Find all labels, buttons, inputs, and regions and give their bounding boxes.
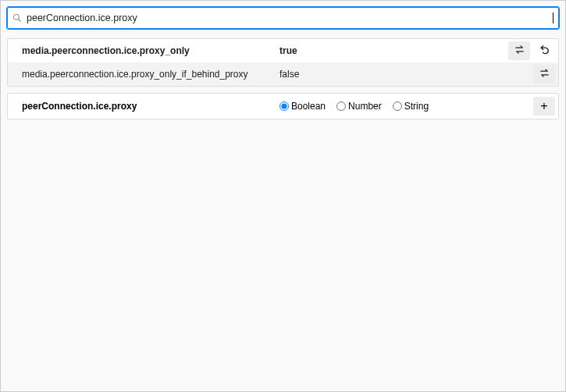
search-box[interactable] bbox=[7, 7, 559, 29]
pref-row: media.peerconnection.ice.proxy_only_if_b… bbox=[8, 62, 558, 86]
pref-row: media.peerconnection.ice.proxy_only true bbox=[8, 39, 558, 62]
radio-boolean-label: Boolean bbox=[291, 101, 326, 112]
svg-point-0 bbox=[14, 15, 20, 20]
radio-number-input[interactable] bbox=[336, 102, 346, 111]
add-button[interactable]: + bbox=[533, 97, 555, 116]
about-config-page: media.peerconnection.ice.proxy_only true… bbox=[0, 0, 566, 392]
radio-string-input[interactable] bbox=[393, 102, 402, 111]
radio-number[interactable]: Number bbox=[336, 101, 382, 112]
radio-boolean-input[interactable] bbox=[279, 102, 289, 111]
add-pref-name: peerConnection.ice.proxy bbox=[22, 101, 279, 112]
preferences-list: media.peerconnection.ice.proxy_only true… bbox=[7, 38, 559, 87]
toggle-button[interactable] bbox=[533, 65, 555, 84]
pref-name: media.peerconnection.ice.proxy_only bbox=[22, 45, 279, 56]
search-input[interactable] bbox=[27, 12, 550, 23]
reset-button[interactable] bbox=[533, 41, 555, 60]
toggle-button[interactable] bbox=[508, 41, 530, 60]
type-radio-group: Boolean Number String bbox=[279, 101, 533, 112]
add-pref-panel: peerConnection.ice.proxy Boolean Number … bbox=[7, 93, 559, 119]
radio-number-label: Number bbox=[348, 101, 382, 112]
pref-value: true bbox=[279, 45, 505, 56]
radio-string-label: String bbox=[404, 101, 429, 112]
undo-icon bbox=[539, 44, 550, 58]
pref-value: false bbox=[279, 69, 530, 80]
toggle-arrows-icon bbox=[514, 44, 525, 58]
search-icon bbox=[12, 13, 22, 23]
toggle-arrows-icon bbox=[539, 67, 550, 81]
svg-line-1 bbox=[19, 20, 21, 22]
plus-icon: + bbox=[540, 99, 547, 113]
radio-boolean[interactable]: Boolean bbox=[279, 101, 326, 112]
radio-string[interactable]: String bbox=[393, 101, 429, 112]
add-pref-row: peerConnection.ice.proxy Boolean Number … bbox=[8, 94, 558, 119]
text-caret bbox=[553, 12, 554, 23]
pref-name: media.peerconnection.ice.proxy_only_if_b… bbox=[22, 69, 279, 80]
